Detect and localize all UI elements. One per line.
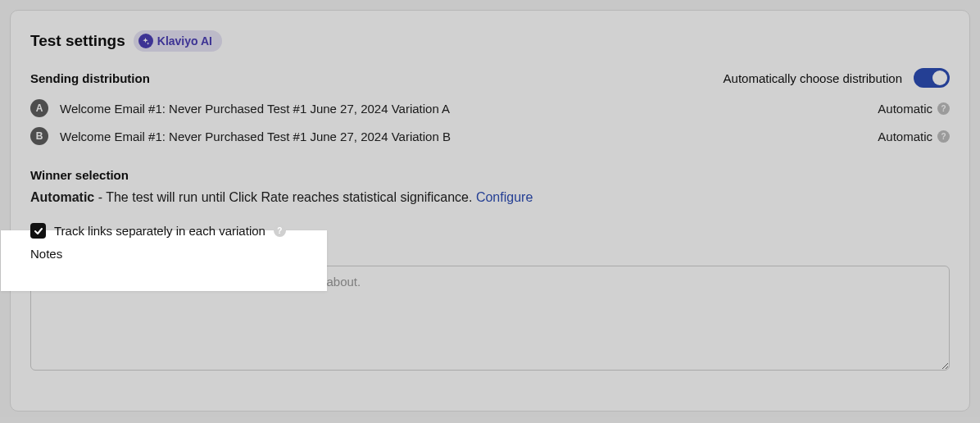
winner-selection-section: Winner selection Automatic - The test wi… [30,168,950,205]
notes-label: Notes [30,247,950,261]
variation-mode-b: Automatic [878,130,932,143]
toggle-knob [932,70,947,85]
configure-link[interactable]: Configure [476,190,533,204]
variation-row-a: A Welcome Email #1: Never Purchased Test… [30,99,950,117]
winner-desc-text: - The test will run until Click Rate rea… [94,190,476,204]
auto-choose-label: Automatically choose distribution [724,71,902,85]
track-links-row: Track links separately in each variation… [30,223,950,239]
track-links-checkbox[interactable] [30,223,46,239]
variation-left: A Welcome Email #1: Never Purchased Test… [30,99,450,117]
variation-badge-b: B [30,127,48,145]
track-links-label: Track links separately in each variation [54,224,265,238]
ai-badge-label: Klaviyo AI [157,34,212,48]
variation-left: B Welcome Email #1: Never Purchased Test… [30,127,451,145]
winner-mode: Automatic [30,190,94,204]
variation-badge-a: A [30,99,48,117]
test-settings-card: Test settings Klaviyo AI Sending distrib… [10,10,970,412]
page-title: Test settings [30,32,125,50]
sparkle-icon [138,34,153,48]
help-icon[interactable]: ? [937,102,950,115]
help-icon[interactable]: ? [274,225,286,237]
auto-choose-toggle[interactable] [914,68,950,88]
variation-right: Automatic ? [878,130,950,143]
variation-mode-a: Automatic [878,102,932,116]
sending-distribution-label: Sending distribution [30,71,150,85]
variation-name-b: Welcome Email #1: Never Purchased Test #… [60,130,451,143]
auto-choose-distribution: Automatically choose distribution [724,68,950,88]
klaviyo-ai-badge[interactable]: Klaviyo AI [134,30,222,52]
variation-row-b: B Welcome Email #1: Never Purchased Test… [30,127,950,145]
variation-right: Automatic ? [878,102,950,116]
winner-selection-label: Winner selection [30,168,950,182]
help-icon[interactable]: ? [937,130,950,143]
notes-textarea[interactable] [30,266,950,371]
winner-selection-description: Automatic - The test will run until Clic… [30,190,950,205]
sending-distribution-header: Sending distribution Automatically choos… [30,68,950,88]
variation-name-a: Welcome Email #1: Never Purchased Test #… [60,102,450,116]
header-row: Test settings Klaviyo AI [30,30,950,52]
